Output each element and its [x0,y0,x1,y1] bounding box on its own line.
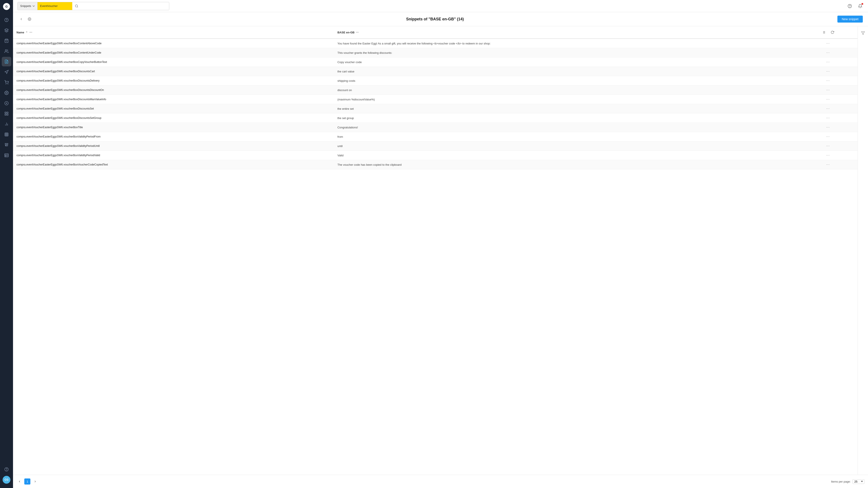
snippet-value-cell[interactable]: Copy voucher code [334,58,799,67]
snippet-name-cell[interactable]: compra.eventVoucherEasterEggsSW6.voucher… [13,132,334,141]
sidebar-item-cart[interactable] [2,78,11,87]
snippet-value-cell[interactable]: the set group [334,113,799,123]
snippet-value-cell[interactable]: shipping costs [334,76,799,86]
row-menu-button[interactable]: ··· [826,163,830,166]
user-avatar[interactable]: CG [3,476,10,484]
snippet-name-cell[interactable]: compra.eventVoucherEasterEggsSW6.voucher… [13,95,334,104]
snippet-name-cell[interactable]: compra.eventVoucherEasterEggsSW6.voucher… [13,160,334,169]
sidebar-item-reports[interactable] [2,109,11,119]
svg-point-36 [29,19,30,20]
sidebar-item-add[interactable] [2,98,11,108]
snippet-value-cell[interactable]: the cart value [334,67,799,76]
next-page-button[interactable] [32,479,38,485]
table-refresh-button[interactable] [829,29,836,36]
sort-name-button[interactable] [25,31,28,34]
row-menu-button[interactable]: ··· [826,41,830,45]
new-snippet-button[interactable]: New snippet [837,15,863,23]
sidebar-item-settings[interactable] [2,88,11,98]
snippet-name-cell[interactable]: compra.eventVoucherEasterEggsSW6.voucher… [13,67,334,76]
row-menu-button[interactable]: ··· [826,107,830,110]
row-menu-button[interactable]: ··· [826,60,830,64]
snippet-name-cell[interactable]: compra.eventVoucherEasterEggsSW6.voucher… [13,113,334,123]
right-sidebar-filter[interactable] [860,30,866,37]
snippet-value-cell[interactable]: This voucher grants the following discou… [334,48,799,58]
snippet-action-cell: ··· [799,104,858,113]
snippet-value-cell[interactable]: the entire set [334,104,799,113]
snippet-name-cell[interactable]: compra.eventVoucherEasterEggsSW6.voucher… [13,58,334,67]
snippets-table: Name ··· BASE en-GB ··· [13,26,858,169]
svg-rect-15 [5,112,6,113]
snippet-action-cell: ··· [799,141,858,151]
snippet-value-cell[interactable]: discount on [334,86,799,95]
snippet-action-cell: ··· [799,58,858,67]
svg-rect-18 [5,114,6,116]
search-icon [75,4,78,8]
row-menu-button[interactable]: ··· [826,116,830,120]
svg-rect-22 [5,133,8,136]
sidebar-item-users[interactable] [2,46,11,56]
search-button[interactable] [72,2,81,10]
search-type-dropdown[interactable]: Snippets [18,2,37,10]
snippet-value-cell[interactable]: Valid [334,151,799,160]
sidebar-item-analytics[interactable] [2,119,11,129]
search-input-value[interactable]: EventVoucher [37,2,72,10]
col-name-options-button[interactable]: ··· [29,30,32,34]
snippet-value-cell[interactable]: Congratulations! [334,123,799,132]
snippet-value-cell[interactable]: from [334,132,799,141]
chevron-left-icon [18,480,21,483]
sidebar-item-megaphone[interactable] [2,67,11,77]
back-button[interactable] [18,16,24,22]
settings-page-button[interactable] [27,16,33,22]
row-menu-button[interactable]: ··· [826,97,830,101]
snippet-name-cell[interactable]: compra.eventVoucherEasterEggsSW6.voucher… [13,39,334,48]
row-menu-button[interactable]: ··· [826,88,830,92]
sidebar-item-grid[interactable] [2,130,11,139]
table-view-toggle[interactable] [820,29,827,36]
sidebar-item-help[interactable] [2,464,11,474]
snippet-action-cell: ··· [799,123,858,132]
sidebar-item-snippets[interactable] [2,57,11,66]
snippet-value-cell[interactable]: (maximum %discountValue%) [334,95,799,104]
snippet-action-cell: ··· [799,160,858,169]
snippet-action-cell: ··· [799,132,858,141]
snippet-name-cell[interactable]: compra.eventVoucherEasterEggsSW6.voucher… [13,151,334,160]
items-per-page-select[interactable]: 10 25 50 100 [852,479,865,484]
list-icon [822,31,826,34]
row-menu-button[interactable]: ··· [826,51,830,55]
row-menu-button[interactable]: ··· [826,153,830,157]
pagination: 1 Items per page: 10 25 50 100 [13,475,868,488]
prev-page-button[interactable] [17,479,23,485]
page-1-button[interactable]: 1 [24,479,30,485]
page-header-nav [18,16,33,22]
row-menu-button[interactable]: ··· [826,144,830,148]
svg-point-33 [75,5,78,7]
col-base-options-button[interactable]: ··· [356,30,359,34]
snippet-value-cell[interactable]: You have found the Easter Egg! As a smal… [334,39,799,48]
app-logo[interactable]: G [2,2,11,11]
row-menu-button[interactable]: ··· [826,79,830,83]
refresh-icon [831,31,834,34]
snippet-name-cell[interactable]: compra.eventVoucherEasterEggsSW6.voucher… [13,76,334,86]
row-menu-button[interactable]: ··· [826,135,830,138]
snippet-name-cell[interactable]: compra.eventVoucherEasterEggsSW6.voucher… [13,123,334,132]
snippet-name-cell[interactable]: compra.eventVoucherEasterEggsSW6.voucher… [13,141,334,151]
snippet-name-cell[interactable]: compra.eventVoucherEasterEggsSW6.voucher… [13,104,334,113]
help-icon-btn[interactable] [846,3,853,9]
notifications-btn[interactable] [857,3,864,9]
sidebar-item-shopping[interactable] [2,36,11,45]
sidebar: G [0,0,13,488]
sidebar-item-bag2[interactable] [2,140,11,150]
sidebar-item-dashboard[interactable] [2,15,11,25]
snippet-value-cell[interactable]: The voucher code has been copied to the … [334,160,799,169]
notification-badge [862,3,863,5]
sidebar-item-table2[interactable] [2,151,11,160]
row-menu-button[interactable]: ··· [826,69,830,73]
snippet-name-cell[interactable]: compra.eventVoucherEasterEggsSW6.voucher… [13,48,334,58]
snippet-name-cell[interactable]: compra.eventVoucherEasterEggsSW6.voucher… [13,86,334,95]
snippet-value-cell[interactable]: until [334,141,799,151]
sidebar-item-layers[interactable] [2,26,11,35]
sidebar-nav [0,13,13,464]
row-menu-button[interactable]: ··· [826,125,830,129]
svg-point-34 [848,4,852,8]
page-title: Snippets of "BASE en-GB" (14) [33,17,837,22]
